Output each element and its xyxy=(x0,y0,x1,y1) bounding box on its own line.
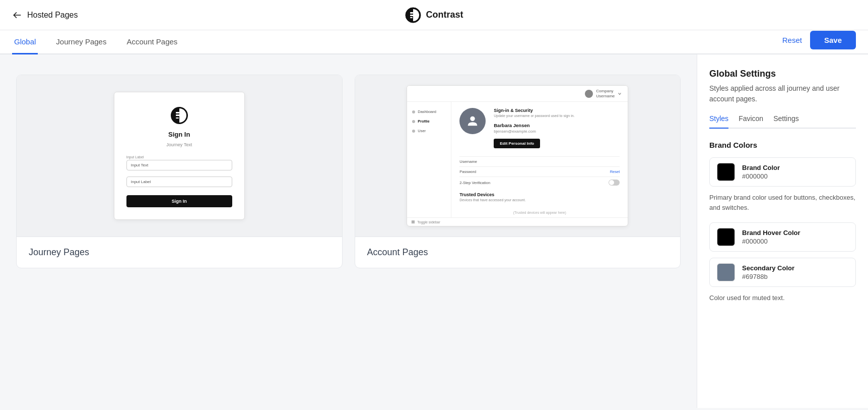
account-2step-toggle[interactable] xyxy=(609,180,620,186)
sidebar-item-user: User xyxy=(407,126,451,136)
account-sidebar: Dashboard Profile User xyxy=(407,102,451,217)
svg-rect-2 xyxy=(410,12,413,14)
account-card-label: Account Pages xyxy=(355,237,681,268)
secondary-color-note: Color used for muted text. xyxy=(709,293,856,303)
sidebar-toggle-icon xyxy=(411,220,415,224)
account-section-security-desc: Update your username or password used to… xyxy=(494,114,620,118)
svg-rect-4 xyxy=(410,17,412,18)
account-user-email: bjensen@example.com xyxy=(494,129,620,134)
content-area: Sign In Journey Text Input Label Input T… xyxy=(0,54,697,408)
save-button[interactable]: Save xyxy=(810,31,856,49)
panel-tab-styles[interactable]: Styles xyxy=(709,114,728,129)
panel-description: Styles applied across all journey and us… xyxy=(709,83,856,104)
account-username-display: Company Username xyxy=(596,89,615,98)
journey-signin-subtitle: Journey Text xyxy=(166,142,192,147)
brand-color-note: Primary brand color used for buttons, ch… xyxy=(709,193,856,212)
secondary-color-info: Secondary Color #69788b xyxy=(742,264,848,280)
brand-hover-color-value: #000000 xyxy=(742,238,848,245)
journey-field-group-1: Input Label Input Text xyxy=(126,155,232,170)
journey-input-label-1: Input Label xyxy=(126,155,232,159)
chevron-down-icon xyxy=(618,92,622,96)
tab-account[interactable]: Account Pages xyxy=(124,30,179,54)
secondary-color-label: Secondary Color xyxy=(742,264,848,272)
sidebar-dot-user xyxy=(412,130,415,133)
account-field-username: Username xyxy=(459,156,620,166)
account-main-content: Sign-in & Security Update your username … xyxy=(451,102,628,217)
toggle-knob xyxy=(609,180,614,185)
account-footer: Toggle sidebar xyxy=(407,217,628,226)
journey-input-label-2: Input Label xyxy=(126,177,232,187)
journey-card-label: Journey Pages xyxy=(17,237,342,268)
svg-rect-7 xyxy=(176,114,180,116)
secondary-color-value: #69788b xyxy=(742,273,848,280)
account-footer-text: Toggle sidebar xyxy=(417,220,440,224)
sidebar-item-profile: Profile xyxy=(407,116,451,126)
journey-signin-button[interactable]: Sign In xyxy=(126,195,232,207)
journey-contrast-icon xyxy=(170,106,188,125)
tab-journey[interactable]: Journey Pages xyxy=(54,30,108,54)
secondary-color-row[interactable]: Secondary Color #69788b xyxy=(709,258,856,287)
tab-bar-actions: Reset Save xyxy=(782,31,856,53)
back-button[interactable]: Hosted Pages xyxy=(12,10,78,20)
account-body: Dashboard Profile User xyxy=(407,102,628,217)
right-panel: Global Settings Styles applied across al… xyxy=(697,54,868,408)
back-label: Hosted Pages xyxy=(27,11,78,20)
account-user-info: Sign-in & Security Update your username … xyxy=(494,108,620,148)
journey-input-text-1: Input Text xyxy=(126,160,232,170)
svg-rect-8 xyxy=(176,118,179,119)
account-user-avatar-icon xyxy=(585,90,593,98)
brand-hover-color-label: Brand Hover Color xyxy=(742,229,848,237)
svg-rect-12 xyxy=(412,223,415,223)
account-field-2step: 2-Step Verification xyxy=(459,177,620,188)
journey-pages-card[interactable]: Sign In Journey Text Input Label Input T… xyxy=(16,75,343,268)
brand-hover-color-info: Brand Hover Color #000000 xyxy=(742,229,848,245)
account-preview-widget: Company Username xyxy=(407,85,628,226)
account-trusted-desc: Devices that have accessed your account. xyxy=(459,198,620,202)
account-trusted-section: Trusted Devices Devices that have access… xyxy=(459,192,620,217)
account-user-name: Barbara Jensen xyxy=(494,123,620,128)
brand-color-swatch xyxy=(717,163,735,181)
panel-tabs: Styles Favicon Settings xyxy=(709,114,856,129)
panel-title: Global Settings xyxy=(709,69,856,79)
account-pages-card[interactable]: Company Username xyxy=(355,75,681,268)
svg-rect-11 xyxy=(412,222,415,222)
tab-bar: Global Journey Pages Account Pages Reset… xyxy=(0,30,868,54)
account-field-password: Password Reset xyxy=(459,166,620,177)
account-trusted-empty: (Trusted devices will appear here) xyxy=(459,207,620,217)
preview-grid: Sign In Journey Text Input Label Input T… xyxy=(16,75,681,268)
brand-color-row[interactable]: Brand Color #000000 xyxy=(709,157,856,187)
main-layout: Sign In Journey Text Input Label Input T… xyxy=(0,54,868,408)
journey-preview-widget: Sign In Journey Text Input Label Input T… xyxy=(114,92,245,220)
svg-rect-6 xyxy=(176,112,179,113)
account-card-preview: Company Username xyxy=(355,75,681,237)
header-title: Contrast xyxy=(426,10,463,20)
account-edit-button[interactable]: Edit Personal Info xyxy=(494,139,540,148)
brand-colors-title: Brand Colors xyxy=(709,141,856,149)
panel-tab-settings[interactable]: Settings xyxy=(773,114,799,129)
brand-hover-color-swatch xyxy=(717,228,735,246)
header: Hosted Pages Contrast xyxy=(0,0,868,30)
tab-global[interactable]: Global xyxy=(12,30,38,54)
journey-card-preview: Sign In Journey Text Input Label Input T… xyxy=(17,75,342,237)
header-center: Contrast xyxy=(405,7,463,23)
svg-rect-10 xyxy=(412,221,415,221)
sidebar-dot-dashboard xyxy=(412,110,415,113)
panel-tab-favicon[interactable]: Favicon xyxy=(739,114,763,129)
brand-color-label: Brand Color xyxy=(742,164,848,171)
sidebar-dot-profile xyxy=(412,120,415,123)
contrast-logo-icon xyxy=(405,7,421,23)
account-profile-section: Sign-in & Security Update your username … xyxy=(459,108,620,148)
brand-color-info: Brand Color #000000 xyxy=(742,164,848,180)
secondary-color-swatch xyxy=(717,263,735,281)
brand-hover-color-row[interactable]: Brand Hover Color #000000 xyxy=(709,222,856,252)
account-trusted-title: Trusted Devices xyxy=(459,192,620,197)
svg-rect-3 xyxy=(410,15,414,16)
account-topbar: Company Username xyxy=(407,86,628,102)
account-section-security-title: Sign-in & Security xyxy=(494,108,620,113)
brand-color-value: #000000 xyxy=(742,172,848,180)
svg-point-9 xyxy=(471,116,475,121)
journey-signin-title: Sign In xyxy=(168,131,190,138)
reset-button[interactable]: Reset xyxy=(782,36,802,44)
sidebar-item-dashboard: Dashboard xyxy=(407,107,451,116)
account-avatar xyxy=(459,108,486,134)
